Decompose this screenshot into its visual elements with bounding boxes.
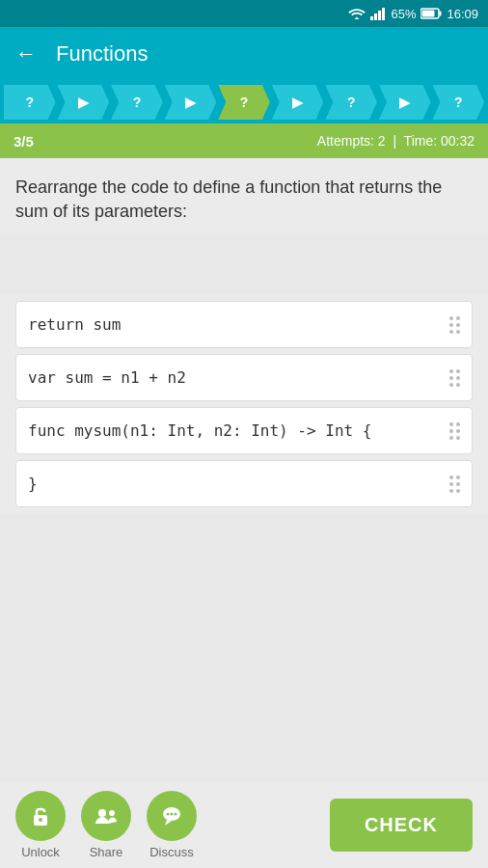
battery-icon (420, 8, 442, 19)
code-block-2[interactable]: var sum = n1 + n2 (15, 354, 473, 401)
code-text-1: return sum (28, 315, 121, 334)
back-button[interactable]: ← (15, 41, 37, 67)
share-label: Share (90, 845, 123, 859)
code-text-3: func mysum(n1: Int, n2: Int) -> Int { (28, 421, 371, 440)
progress-item-6[interactable]: ▶ (272, 85, 324, 120)
drag-handle-3[interactable] (449, 422, 460, 440)
page-title: Functions (56, 41, 148, 67)
svg-rect-6 (422, 11, 435, 17)
unlock-icon (27, 802, 54, 829)
question-area: Rearrange the code to define a function … (0, 158, 488, 235)
svg-rect-0 (370, 16, 373, 20)
svg-marker-12 (165, 820, 172, 826)
battery-text: 65% (391, 7, 416, 21)
progress-item-7[interactable]: ? (325, 85, 377, 120)
drag-handle-2[interactable] (449, 369, 460, 387)
progress-item-1[interactable]: ? (4, 85, 56, 120)
svg-point-10 (109, 810, 115, 816)
progress-item-4[interactable]: ▶ (165, 85, 217, 120)
progress-item-2[interactable]: ▶ (58, 85, 110, 120)
svg-point-13 (167, 812, 170, 815)
bottom-bar: Unlock Share (0, 781, 488, 868)
progress-item-9[interactable]: ? (433, 85, 485, 120)
drag-handle-1[interactable] (449, 316, 460, 334)
discuss-label: Discuss (149, 845, 194, 859)
header: ← Functions (0, 27, 488, 81)
signal-icon (370, 7, 386, 20)
discuss-icon (158, 802, 185, 829)
svg-point-9 (98, 809, 106, 817)
bottom-actions: Unlock Share (15, 791, 197, 859)
discuss-button[interactable]: Discuss (147, 791, 197, 859)
code-block-3[interactable]: func mysum(n1: Int, n2: Int) -> Int { (15, 407, 473, 454)
share-icon (93, 802, 120, 829)
svg-point-15 (175, 812, 177, 815)
code-text-4: } (28, 475, 38, 493)
svg-rect-5 (440, 12, 442, 16)
code-area: return sum var sum = n1 + n2 func mysum(… (0, 293, 488, 515)
unlock-button[interactable]: Unlock (15, 791, 66, 859)
share-icon-circle (81, 791, 131, 841)
code-block-4[interactable]: } (15, 460, 473, 507)
check-button[interactable]: CHECK (330, 799, 473, 852)
code-text-2: var sum = n1 + n2 (28, 368, 186, 387)
share-button[interactable]: Share (81, 791, 131, 859)
status-bar: 65% 16:09 (0, 0, 488, 27)
svg-rect-1 (374, 14, 377, 20)
svg-rect-2 (378, 11, 381, 20)
svg-rect-3 (382, 8, 385, 20)
time-elapsed: Time: 00:32 (404, 133, 474, 149)
progress-item-3[interactable]: ? (111, 85, 163, 120)
separator: | (393, 133, 396, 149)
progress-bar: ? ▶ ? ▶ ? ▶ ? ▶ ? (0, 81, 488, 123)
question-text: Rearrange the code to define a function … (15, 176, 473, 224)
discuss-icon-circle (147, 791, 197, 841)
code-block-1[interactable]: return sum (15, 301, 473, 348)
unlock-label: Unlock (21, 845, 60, 859)
wifi-icon (348, 7, 366, 20)
stats-text: Attempts: 2 | Time: 00:32 (317, 133, 474, 149)
unlock-icon-circle (15, 791, 66, 841)
svg-point-14 (171, 812, 174, 815)
attempts-text: Attempts: 2 (317, 133, 386, 149)
progress-text: 3/5 (14, 133, 34, 149)
svg-point-8 (39, 818, 42, 822)
time-text: 16:09 (447, 7, 478, 21)
progress-item-8[interactable]: ▶ (379, 85, 431, 120)
progress-item-5[interactable]: ? (218, 85, 270, 120)
status-icons: 65% 16:09 (348, 7, 478, 21)
info-bar: 3/5 Attempts: 2 | Time: 00:32 (0, 123, 488, 158)
drag-handle-4[interactable] (449, 475, 460, 493)
